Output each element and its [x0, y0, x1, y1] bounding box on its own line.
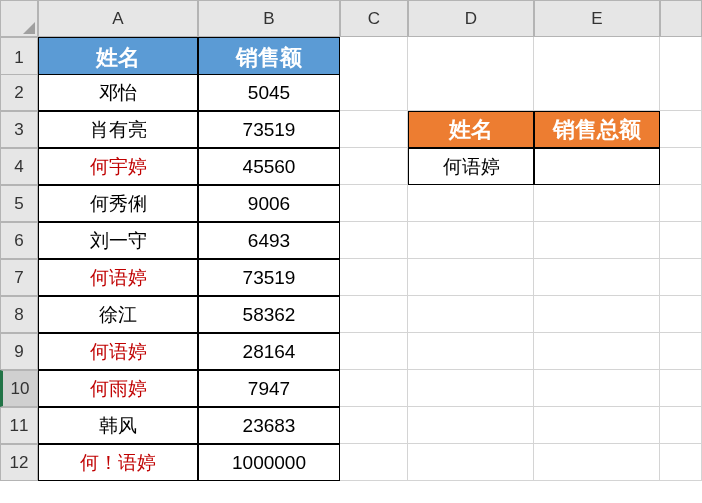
cell[interactable] [660, 296, 702, 333]
col-header-d[interactable]: D [408, 0, 534, 37]
select-all-corner[interactable] [0, 0, 38, 37]
side-header-name[interactable]: 姓名 [408, 111, 534, 148]
cell[interactable] [660, 37, 702, 79]
cell-name[interactable]: 韩风 [38, 407, 198, 444]
row-header[interactable]: 5 [0, 185, 38, 222]
cell[interactable] [660, 222, 702, 259]
cell-sales[interactable]: 73519 [198, 259, 340, 296]
cell[interactable] [660, 444, 702, 481]
cell-name[interactable]: 刘一守 [38, 222, 198, 259]
cell[interactable] [340, 333, 408, 370]
cell-sales[interactable]: 7947 [198, 370, 340, 407]
cell-name[interactable]: 何语婷 [38, 333, 198, 370]
cell-name[interactable]: 何雨婷 [38, 370, 198, 407]
cell[interactable] [534, 259, 660, 296]
cell[interactable] [660, 111, 702, 148]
cell-sales[interactable]: 73519 [198, 111, 340, 148]
side-header-total[interactable]: 销售总额 [534, 111, 660, 148]
cell-sales[interactable]: 23683 [198, 407, 340, 444]
cell[interactable] [408, 407, 534, 444]
cell-sales[interactable]: 9006 [198, 185, 340, 222]
row-header[interactable]: 12 [0, 444, 38, 481]
cell[interactable] [340, 296, 408, 333]
cell[interactable] [660, 407, 702, 444]
cell[interactable] [660, 74, 702, 111]
cell[interactable] [534, 407, 660, 444]
col-header-b[interactable]: B [198, 0, 340, 37]
cell-name[interactable]: 何宇婷 [38, 148, 198, 185]
cell-name[interactable]: 何秀俐 [38, 185, 198, 222]
cell-sales[interactable]: 45560 [198, 148, 340, 185]
cell-name[interactable]: 何！语婷 [38, 444, 198, 481]
cell-sales[interactable]: 58362 [198, 296, 340, 333]
cell[interactable] [660, 185, 702, 222]
row-header[interactable]: 8 [0, 296, 38, 333]
side-cell-total[interactable] [534, 148, 660, 185]
row-header[interactable]: 4 [0, 148, 38, 185]
row-header[interactable]: 11 [0, 407, 38, 444]
cell[interactable] [660, 148, 702, 185]
cell-name[interactable]: 邓怡 [38, 74, 198, 111]
col-header-a[interactable]: A [38, 0, 198, 37]
row-header[interactable]: 7 [0, 259, 38, 296]
col-header-e[interactable]: E [534, 0, 660, 37]
spreadsheet-grid[interactable]: A B C D E 1 姓名 销售额 2 邓怡 5045 3 肖有亮 73519… [0, 0, 702, 481]
row-header-selected[interactable]: 10 [0, 370, 38, 407]
cell[interactable] [408, 222, 534, 259]
cell-name[interactable]: 徐江 [38, 296, 198, 333]
cell[interactable] [340, 37, 408, 79]
row-header[interactable]: 1 [0, 37, 38, 79]
side-cell-name[interactable]: 何语婷 [408, 148, 534, 185]
cell[interactable] [408, 185, 534, 222]
cell[interactable] [534, 185, 660, 222]
cell[interactable] [340, 111, 408, 148]
cell[interactable] [340, 259, 408, 296]
cell[interactable] [534, 444, 660, 481]
cell[interactable] [534, 333, 660, 370]
cell[interactable] [408, 444, 534, 481]
cell[interactable] [408, 74, 534, 111]
col-header-blank[interactable] [660, 0, 702, 37]
cell[interactable] [660, 370, 702, 407]
header-sales[interactable]: 销售额 [198, 37, 340, 79]
cell-sales[interactable]: 28164 [198, 333, 340, 370]
cell[interactable] [408, 333, 534, 370]
cell-sales[interactable]: 6493 [198, 222, 340, 259]
col-header-c[interactable]: C [340, 0, 408, 37]
cell[interactable] [340, 444, 408, 481]
cell[interactable] [534, 74, 660, 111]
row-header[interactable]: 3 [0, 111, 38, 148]
row-header[interactable]: 6 [0, 222, 38, 259]
cell[interactable] [408, 370, 534, 407]
cell[interactable] [534, 296, 660, 333]
row-header[interactable]: 2 [0, 74, 38, 111]
cell[interactable] [340, 148, 408, 185]
cell[interactable] [534, 370, 660, 407]
cell[interactable] [660, 259, 702, 296]
cell-sales[interactable]: 5045 [198, 74, 340, 111]
cell[interactable] [660, 333, 702, 370]
cell[interactable] [408, 296, 534, 333]
cell[interactable] [340, 74, 408, 111]
cell-name[interactable]: 肖有亮 [38, 111, 198, 148]
header-name[interactable]: 姓名 [38, 37, 198, 79]
cell[interactable] [408, 259, 534, 296]
cell[interactable] [534, 37, 660, 79]
cell[interactable] [340, 407, 408, 444]
cell[interactable] [340, 222, 408, 259]
cell[interactable] [340, 370, 408, 407]
cell-name[interactable]: 何语婷 [38, 259, 198, 296]
row-header[interactable]: 9 [0, 333, 38, 370]
cell[interactable] [340, 185, 408, 222]
cell[interactable] [408, 37, 534, 79]
cell-sales[interactable]: 1000000 [198, 444, 340, 481]
cell[interactable] [534, 222, 660, 259]
